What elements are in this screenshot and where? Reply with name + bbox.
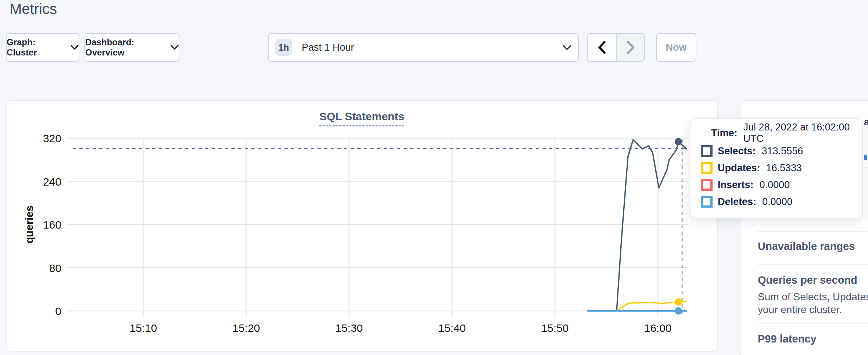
deletes-series-swatch-icon bbox=[701, 196, 713, 208]
svg-text:160: 160 bbox=[43, 219, 61, 231]
time-range-label: Past 1 Hour bbox=[302, 42, 354, 53]
tooltip-series-value: 16.5333 bbox=[766, 162, 802, 174]
divider bbox=[758, 323, 868, 324]
svg-text:0: 0 bbox=[55, 305, 61, 317]
tooltip-series-value: 0.0000 bbox=[762, 196, 793, 208]
divider bbox=[758, 231, 868, 232]
svg-text:16:00: 16:00 bbox=[644, 322, 671, 334]
tooltip-series-label: Selects: bbox=[718, 146, 756, 157]
time-step-button-group bbox=[587, 33, 645, 62]
chevron-right-icon bbox=[627, 41, 634, 54]
tooltip-time-value: Jul 28, 2022 at 16:02:00 UTC bbox=[743, 122, 862, 144]
svg-text:15:30: 15:30 bbox=[335, 322, 363, 334]
partial-text-fragment: a bbox=[864, 116, 868, 128]
sql-statements-chart-card: SQL Statements 08016024032015:1015:2015:… bbox=[6, 100, 718, 352]
chevron-left-icon bbox=[598, 41, 606, 54]
graph-dropdown-label: Graph: Cluster bbox=[7, 37, 65, 58]
dashboard-dropdown-label: Dashboard: Overview bbox=[85, 37, 165, 58]
sidebar-heading-p99-latency: P99 latency bbox=[758, 333, 817, 345]
chart-hover-tooltip: Time: Jul 28, 2022 at 16:02:00 UTC Selec… bbox=[690, 118, 863, 218]
tooltip-series-label: Inserts: bbox=[718, 179, 754, 191]
next-time-button[interactable] bbox=[616, 34, 644, 61]
svg-text:15:20: 15:20 bbox=[232, 322, 260, 334]
graph-dropdown[interactable]: Graph: Cluster bbox=[6, 33, 79, 62]
svg-text:queries: queries bbox=[24, 205, 35, 243]
page-title: Metrics bbox=[10, 1, 57, 17]
svg-text:240: 240 bbox=[43, 176, 61, 188]
tooltip-row-deletes: Deletes: 0.0000 bbox=[701, 193, 862, 210]
time-range-select[interactable]: 1h Past 1 Hour bbox=[268, 33, 579, 62]
sidebar-text-line: Sum of Selects, Updates, Inserts and Del… bbox=[758, 291, 868, 303]
tooltip-series-label: Updates: bbox=[718, 162, 760, 174]
chevron-down-icon bbox=[171, 45, 179, 50]
now-button[interactable]: Now bbox=[656, 33, 696, 62]
previous-time-button[interactable] bbox=[588, 34, 616, 61]
chevron-down-icon bbox=[563, 45, 571, 50]
sql-statements-line-chart[interactable]: 08016024032015:1015:2015:3015:4015:5016:… bbox=[7, 101, 717, 351]
partial-link-fragment bbox=[864, 155, 867, 160]
dashboard-dropdown[interactable]: Dashboard: Overview bbox=[85, 33, 179, 62]
svg-text:320: 320 bbox=[43, 132, 61, 144]
tooltip-time-label: Time: bbox=[711, 128, 738, 139]
svg-text:15:40: 15:40 bbox=[438, 322, 466, 334]
tooltip-row-selects: Selects: 313.5556 bbox=[701, 143, 862, 159]
updates-series-swatch-icon bbox=[701, 162, 713, 174]
time-range-badge: 1h bbox=[275, 39, 292, 56]
inserts-series-swatch-icon bbox=[701, 179, 713, 191]
sidebar-heading-queries-per-second: Queries per second bbox=[758, 274, 857, 286]
tooltip-series-label: Deletes: bbox=[718, 196, 756, 208]
tooltip-series-value: 0.0000 bbox=[760, 179, 790, 191]
chevron-down-icon bbox=[71, 45, 79, 50]
tooltip-series-value: 313.5556 bbox=[762, 146, 803, 157]
svg-text:15:10: 15:10 bbox=[129, 322, 157, 334]
tooltip-row-updates: Updates: 16.5333 bbox=[701, 159, 862, 176]
svg-text:80: 80 bbox=[49, 262, 61, 274]
divider bbox=[758, 264, 868, 265]
sidebar-text-line: your entire cluster. bbox=[758, 304, 842, 316]
tooltip-row-inserts: Inserts: 0.0000 bbox=[701, 176, 862, 193]
svg-text:15:50: 15:50 bbox=[541, 322, 568, 334]
sidebar-heading-unavailable-ranges: Unavailable ranges bbox=[758, 240, 855, 252]
selects-series-swatch-icon bbox=[701, 145, 713, 157]
